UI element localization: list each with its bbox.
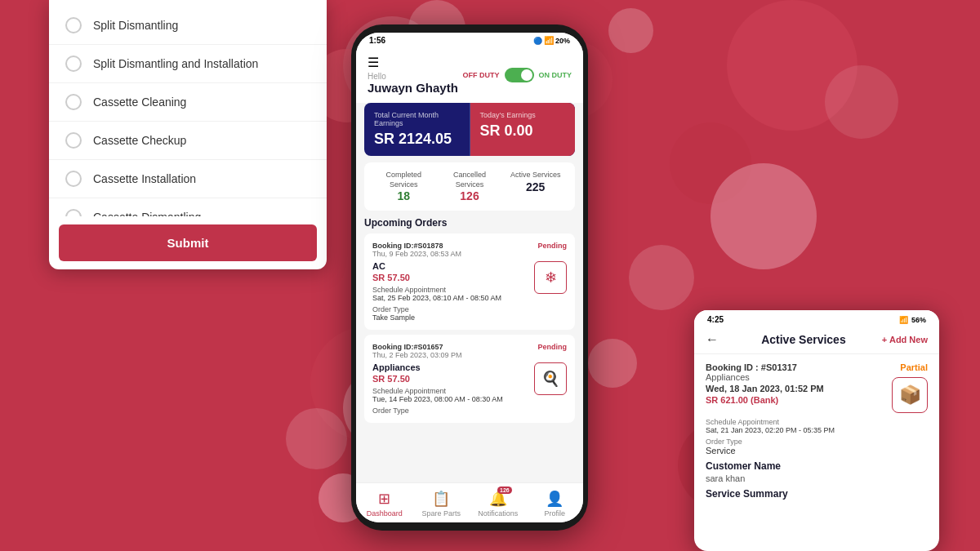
radio-button[interactable]: [65, 132, 82, 149]
customer-name-label: Customer Name: [706, 460, 928, 472]
dashboard-label: Dashboard: [367, 509, 403, 518]
active-label: Active Services: [504, 171, 567, 180]
center-phone-screen: 1:56 🔵 📶 20% ☰ Hello Juwayn Ghayth OFF D…: [356, 33, 583, 522]
service-label: Cassette Installation: [93, 172, 196, 185]
spare-parts-icon: 📋: [432, 490, 450, 508]
back-button[interactable]: ←: [706, 332, 719, 347]
schedule-value: Sat, 25 Feb 2023, 08:10 AM - 08:50 AM: [372, 294, 534, 302]
wifi-icon: 📶: [544, 36, 554, 45]
service-label: Cassette Checkup: [93, 134, 186, 147]
service-label: Split Dismantling: [93, 19, 178, 32]
phone-header: ☰ Hello Juwayn Ghayth OFF DUTY ON DUTY: [356, 48, 583, 103]
service-item[interactable]: Cassette Cleaning: [49, 83, 327, 122]
submit-button[interactable]: Submit: [59, 224, 317, 261]
earnings-card: Total Current Month Earnings SR 2124.05 …: [364, 103, 575, 156]
header-left: ☰ Hello Juwayn Ghayth: [368, 55, 458, 95]
duty-toggle[interactable]: OFF DUTY ON DUTY: [463, 68, 572, 82]
status-bar: 1:56 🔵 📶 20%: [356, 33, 583, 48]
notifications-label: Notifications: [478, 509, 518, 518]
service-list-panel: Split DismantlingSplit Dismantling and I…: [49, 0, 327, 269]
order-type-value: Take Sample: [372, 313, 534, 322]
active-stat: Active Services 225: [504, 171, 567, 202]
order-card[interactable]: Booking ID:#S01657 Thu, 2 Feb 2023, 03:0…: [364, 335, 575, 423]
spare-parts-label: Spare Parts: [421, 509, 461, 518]
booking-id-label: Booking ID:#S01657: [372, 343, 462, 351]
cancelled-stat: Cancelled Services 126: [439, 171, 501, 202]
monthly-earnings-label: Total Current Month Earnings: [374, 111, 460, 127]
toggle-switch[interactable]: [505, 68, 534, 82]
partial-badge: Partial: [900, 362, 928, 372]
order-type: AC: [372, 261, 534, 271]
schedule-label: Schedule Appointment: [372, 387, 534, 395]
order-card[interactable]: Booking ID:#S01878 Thu, 9 Feb 2023, 08:5…: [364, 233, 575, 330]
off-duty-label: OFF DUTY: [463, 71, 500, 79]
profile-icon: 👤: [546, 490, 564, 508]
active-value: 225: [504, 180, 567, 193]
cancelled-value: 126: [439, 189, 501, 202]
bluetooth-icon: 🔵: [533, 37, 542, 45]
notifications-icon: 🔔 126: [489, 490, 507, 508]
service-items-container: Split DismantlingSplit Dismantling and I…: [49, 0, 327, 216]
user-name: Juwayn Ghayth: [368, 81, 458, 95]
service-item[interactable]: Split Dismantling: [49, 7, 327, 45]
hello-text: Hello: [368, 72, 458, 81]
service-item[interactable]: Cassette Checkup: [49, 122, 327, 160]
nav-profile[interactable]: 👤 Profile: [527, 490, 584, 518]
today-earnings: Today's Earnings SR 0.00: [470, 103, 576, 156]
on-duty-label: ON DUTY: [539, 71, 572, 79]
right-service-type: Appliances: [706, 372, 824, 382]
order-type-label: Order Type: [372, 305, 534, 313]
right-status-bar: 4:25 📶 56%: [694, 310, 939, 327]
completed-value: 18: [372, 189, 435, 202]
booking-date: Thu, 9 Feb 2023, 08:53 AM: [372, 250, 461, 258]
right-panel: 4:25 📶 56% ← Active Services + Add New B…: [694, 310, 939, 551]
booking-info: Booking ID : #S01317 Appliances Wed, 18 …: [706, 362, 824, 410]
nav-dashboard[interactable]: ⊞ Dashboard: [356, 490, 413, 518]
right-ordertype-value: Service: [706, 446, 928, 455]
service-item[interactable]: Cassette Installation: [49, 160, 327, 198]
right-header: ← Active Services + Add New: [694, 327, 939, 354]
notification-badge: 126: [497, 487, 512, 494]
right-battery-icon: 56%: [911, 316, 926, 324]
orders-scroll[interactable]: Booking ID:#S01878 Thu, 9 Feb 2023, 08:5…: [356, 233, 583, 482]
booking-id-label: Booking ID:#S01878: [372, 242, 461, 250]
active-services-title: Active Services: [725, 333, 882, 346]
right-service-price: SR 621.00 (Bank): [706, 395, 824, 405]
nav-notifications[interactable]: 🔔 126 Notifications: [470, 490, 527, 518]
toggle-knob: [521, 69, 532, 81]
booking-id: Booking ID : #S01317: [706, 362, 824, 372]
order-type-label: Order Type: [372, 407, 534, 415]
schedule-label: Schedule Appointment: [372, 286, 534, 294]
service-item[interactable]: Split Dismantling and Installation: [49, 45, 327, 83]
right-signal-icon: 📶: [899, 316, 908, 324]
radio-button[interactable]: [65, 56, 82, 72]
center-phone: 1:56 🔵 📶 20% ☰ Hello Juwayn Ghayth OFF D…: [351, 24, 588, 531]
radio-button[interactable]: [65, 209, 82, 216]
monthly-earnings: Total Current Month Earnings SR 2124.05: [364, 103, 470, 156]
right-service-date: Wed, 18 Jan 2023, 01:52 PM: [706, 384, 824, 393]
booking-date: Thu, 2 Feb 2023, 03:09 PM: [372, 351, 462, 359]
order-price: SR 57.50: [372, 374, 534, 384]
battery-icon: 20%: [555, 37, 570, 45]
bottom-nav: ⊞ Dashboard 📋 Spare Parts 🔔 126 Notifica…: [356, 482, 583, 522]
right-schedule-value: Sat, 21 Jan 2023, 02:20 PM - 05:35 PM: [706, 426, 928, 434]
right-status-icons: 📶 56%: [899, 316, 926, 324]
service-label: Cassette Cleaning: [93, 96, 186, 109]
booking-right-col: Partial 📦: [892, 362, 928, 413]
today-earnings-label: Today's Earnings: [480, 111, 566, 119]
right-body: Booking ID : #S01317 Appliances Wed, 18 …: [694, 354, 939, 508]
radio-button[interactable]: [65, 17, 82, 33]
add-new-button[interactable]: + Add New: [882, 335, 928, 344]
pending-badge: Pending: [538, 343, 568, 351]
dashboard-icon: ⊞: [378, 490, 390, 508]
upcoming-orders-title: Upcoming Orders: [364, 217, 575, 229]
order-icon: ❄: [534, 261, 567, 294]
completed-label: Completed Services: [372, 171, 435, 189]
status-time: 1:56: [369, 36, 385, 45]
radio-button[interactable]: [65, 94, 82, 110]
menu-icon[interactable]: ☰: [368, 55, 458, 70]
nav-spare-parts[interactable]: 📋 Spare Parts: [413, 490, 470, 518]
radio-button[interactable]: [65, 171, 82, 187]
service-item[interactable]: Cassette Dismantling: [49, 198, 327, 216]
order-type: Appliances: [372, 362, 534, 372]
